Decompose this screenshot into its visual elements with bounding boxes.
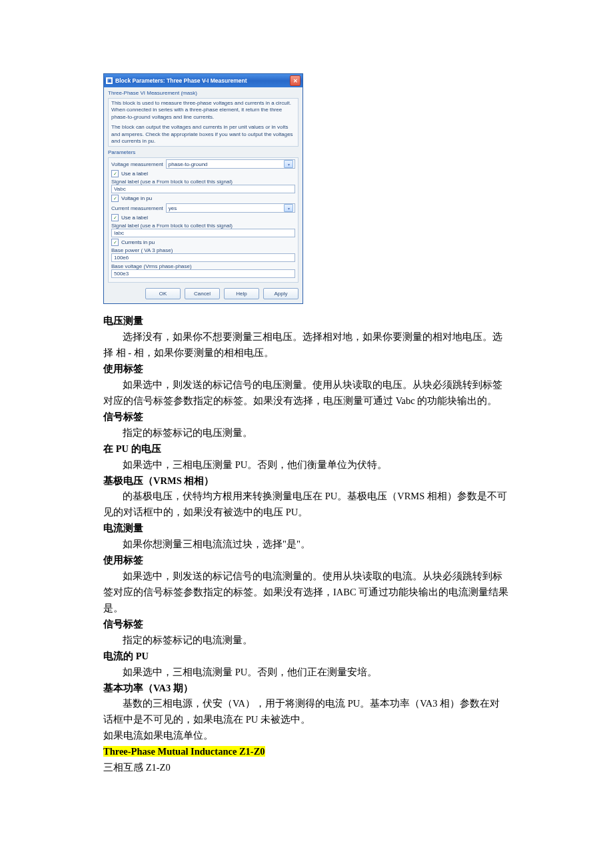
paragraph: 选择没有，如果你不想要测量三相电压。选择相对地，如果你要测量的相对地电压。选择 …: [103, 329, 510, 361]
heading-use-label-2: 使用标签: [103, 553, 510, 569]
app-icon: ▣: [106, 77, 113, 84]
heading-signal-label: 信号标签: [103, 409, 510, 425]
base-power-label: Base power ( VA 3 phase): [111, 247, 295, 253]
use-label-text-1: Use a label: [121, 171, 148, 177]
document-body: 电压测量 选择没有，如果你不想要测量三相电压。选择相对地，如果你要测量的相对地电…: [103, 313, 510, 776]
apply-button[interactable]: Apply: [263, 288, 299, 299]
current-measurement-select[interactable]: yes ▾: [166, 203, 295, 213]
ok-button[interactable]: OK: [145, 288, 181, 299]
description-text-2: The block can output the voltages and cu…: [111, 124, 295, 145]
use-label-checkbox-2[interactable]: ✓ Use a label: [111, 214, 295, 221]
paragraph: 基数的三相电源，伏安（VA），用于将测得的电流 PU。基本功率（VA3 相）参数…: [103, 696, 510, 728]
heading-base-power: 基本功率（VA3 期）: [103, 681, 510, 697]
voltage-measurement-value: phase-to-ground: [169, 161, 208, 167]
base-voltage-input[interactable]: 500e3: [111, 269, 295, 278]
signal-label-title-1: Signal label (use a From block to collec…: [111, 179, 295, 185]
help-button[interactable]: Help: [224, 288, 259, 299]
base-power-input[interactable]: 100e6: [111, 253, 295, 262]
use-label-text-2: Use a label: [121, 215, 148, 221]
base-voltage-label: Base voltage (Vrms phase-phase): [111, 263, 295, 269]
close-icon[interactable]: ✕: [290, 75, 301, 86]
title-bar[interactable]: ▣ Block Parameters: Three Phase V-I Meas…: [104, 74, 303, 87]
base-voltage-value: 500e3: [114, 271, 129, 277]
paragraph: 如果你想测量三相电流流过块，选择"是"。: [103, 537, 510, 553]
window-title: Block Parameters: Three Phase V-I Measur…: [115, 77, 247, 84]
paragraph: 如果选中，则发送的标记信号的电流测量的。使用从块读取的电流。从块必须跳转到标签对…: [103, 569, 510, 617]
checkbox-checked-icon: ✓: [111, 214, 119, 221]
paragraph: 如果电流如果电流单位。: [103, 728, 510, 744]
chevron-down-icon: ▾: [284, 160, 293, 168]
paragraph: 如果选中，三相电流测量 PU。否则，他们正在测量安培。: [103, 665, 510, 681]
button-row: OK Cancel Help Apply: [104, 285, 303, 303]
paragraph: 指定的标签标记的电压测量。: [103, 425, 510, 441]
heading-signal-label-2: 信号标签: [103, 617, 510, 633]
use-label-checkbox-1[interactable]: ✓ Use a label: [111, 170, 295, 177]
mask-label: Three-Phase VI Measurement (mask): [104, 87, 303, 97]
current-measurement-label: Current measurement: [111, 205, 163, 211]
paragraph: 指定的标签标记的电流测量。: [103, 633, 510, 649]
paragraph: 的基极电压，伏特均方根用来转换测量电压在 PU。基极电压（VRMS 相相）参数是…: [103, 489, 510, 521]
voltage-measurement-select[interactable]: phase-to-ground ▾: [166, 159, 295, 169]
heading-use-label: 使用标签: [103, 361, 510, 377]
description-box: This block is used to measure three-phas…: [108, 98, 299, 147]
cancel-button[interactable]: Cancel: [185, 288, 220, 299]
voltage-measurement-label: Voltage measurement: [111, 161, 163, 167]
signal-label-value-2: Iabc: [114, 230, 124, 236]
parameters-label: Parameters: [104, 147, 303, 157]
currents-in-pu-checkbox[interactable]: ✓ Currents in pu: [111, 239, 295, 246]
voltage-in-pu-checkbox[interactable]: ✓ Voltage in pu: [111, 195, 295, 202]
paragraph: 三相互感 Z1-Z0: [103, 760, 510, 776]
signal-label-title-2: Signal label (use a From block to collec…: [111, 223, 295, 229]
highlighted-title: Three-Phase Mutual Inductance Z1-Z0: [103, 746, 265, 757]
parameters-panel: Voltage measurement phase-to-ground ▾ ✓ …: [108, 157, 299, 283]
block-parameters-dialog: ▣ Block Parameters: Three Phase V-I Meas…: [103, 73, 303, 304]
signal-label-input-1[interactable]: Vabc: [111, 185, 295, 193]
signal-label-value-1: Vabc: [114, 186, 126, 192]
signal-label-input-2[interactable]: Iabc: [111, 229, 295, 237]
heading-voltage-pu: 在 PU 的电压: [103, 441, 510, 457]
heading-current-pu: 电流的 PU: [103, 649, 510, 665]
heading-base-voltage: 基极电压（VRMS 相相）: [103, 473, 510, 489]
checkbox-checked-icon: ✓: [111, 170, 119, 177]
chevron-down-icon: ▾: [284, 204, 293, 212]
heading-current-measurement: 电流测量: [103, 521, 510, 537]
voltage-in-pu-label: Voltage in pu: [121, 195, 152, 201]
currents-in-pu-label: Currents in pu: [121, 239, 155, 245]
current-measurement-value: yes: [169, 205, 177, 211]
base-power-value: 100e6: [114, 255, 129, 261]
checkbox-checked-icon: ✓: [111, 239, 119, 246]
paragraph: 如果选中，三相电压测量 PU。否则，他们衡量单位为伏特。: [103, 457, 510, 473]
checkbox-checked-icon: ✓: [111, 195, 119, 202]
paragraph: 如果选中，则发送的标记信号的电压测量。使用从块读取的电压。从块必须跳转到标签对应…: [103, 377, 510, 409]
description-text-1: This block is used to measure three-phas…: [111, 100, 295, 121]
heading-voltage-measurement: 电压测量: [103, 313, 510, 329]
